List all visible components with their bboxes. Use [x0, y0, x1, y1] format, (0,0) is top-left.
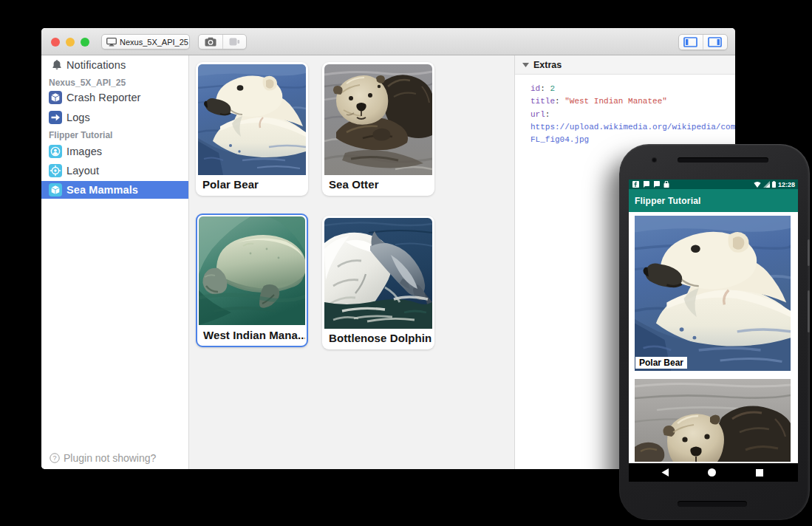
- svg-text:?: ?: [52, 454, 56, 462]
